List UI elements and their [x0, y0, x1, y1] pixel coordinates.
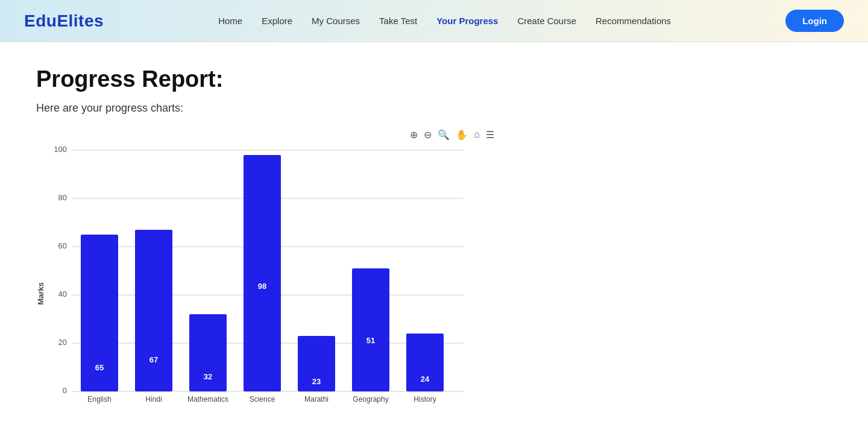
pan-icon[interactable]: ✋: [456, 129, 468, 141]
navbar: EduElites Home Explore My Courses Take T…: [0, 0, 868, 42]
bar-hindi-value: 67: [149, 355, 158, 364]
menu-icon[interactable]: ☰: [486, 129, 494, 141]
bar-history-value: 24: [421, 375, 430, 384]
bar-geography-label: Geography: [353, 395, 388, 403]
bar-hindi: [135, 230, 172, 391]
login-button[interactable]: Login: [785, 10, 844, 32]
nav-explore[interactable]: Explore: [262, 16, 292, 26]
page-title: Progress Report:: [36, 66, 832, 92]
home-icon[interactable]: ⌂: [474, 129, 480, 141]
bar-geography: [352, 268, 389, 391]
bar-science-label: Science: [250, 395, 275, 403]
page-subtitle: Here are your progress charts:: [36, 102, 832, 115]
svg-text:100: 100: [54, 145, 67, 154]
bar-math-value: 32: [204, 372, 212, 381]
nav-take-test[interactable]: Take Test: [379, 16, 417, 26]
svg-text:0: 0: [63, 386, 67, 395]
bar-geography-value: 51: [366, 336, 375, 345]
nav-links: Home Explore My Courses Take Test Your P…: [218, 16, 671, 27]
bar-marathi-value: 23: [312, 377, 321, 386]
svg-text:80: 80: [58, 193, 67, 202]
bar-english-value: 65: [95, 363, 104, 372]
bar-history-label: History: [414, 395, 436, 403]
bar-hindi-label: Hindi: [145, 395, 162, 403]
nav-home[interactable]: Home: [218, 16, 242, 26]
svg-text:60: 60: [58, 241, 67, 250]
chart-area: Marks 0 20 40 60: [36, 144, 494, 424]
zoom-in-icon[interactable]: ⊕: [410, 129, 418, 141]
bar-marathi-label: Marathi: [304, 395, 329, 403]
search-icon[interactable]: 🔍: [438, 129, 450, 141]
nav-recommendations[interactable]: Recommendations: [596, 16, 671, 26]
chart-wrapper: ⊕ ⊖ 🔍 ✋ ⌂ ☰ Marks: [36, 129, 494, 424]
zoom-out-icon[interactable]: ⊖: [424, 129, 432, 141]
svg-text:40: 40: [58, 290, 67, 299]
chart-inner: 0 20 40 60 80 100 65 English 67 Hindi: [48, 144, 494, 424]
brand-logo: EduElites: [24, 11, 104, 31]
bar-science: [244, 155, 281, 391]
chart-toolbar: ⊕ ⊖ 🔍 ✋ ⌂ ☰: [36, 129, 494, 141]
svg-text:20: 20: [58, 338, 67, 347]
nav-create-course[interactable]: Create Course: [517, 16, 576, 26]
bar-chart-svg: 0 20 40 60 80 100 65 English 67 Hindi: [48, 144, 470, 403]
nav-your-progress[interactable]: Your Progress: [436, 16, 498, 26]
main-content: Progress Report: Here are your progress …: [0, 42, 868, 424]
y-axis-label: Marks: [36, 282, 45, 305]
bar-science-value: 98: [258, 282, 266, 291]
bar-math-label: Mathematics: [187, 395, 228, 403]
nav-my-courses[interactable]: My Courses: [312, 16, 360, 26]
bar-english-label: English: [87, 395, 111, 403]
